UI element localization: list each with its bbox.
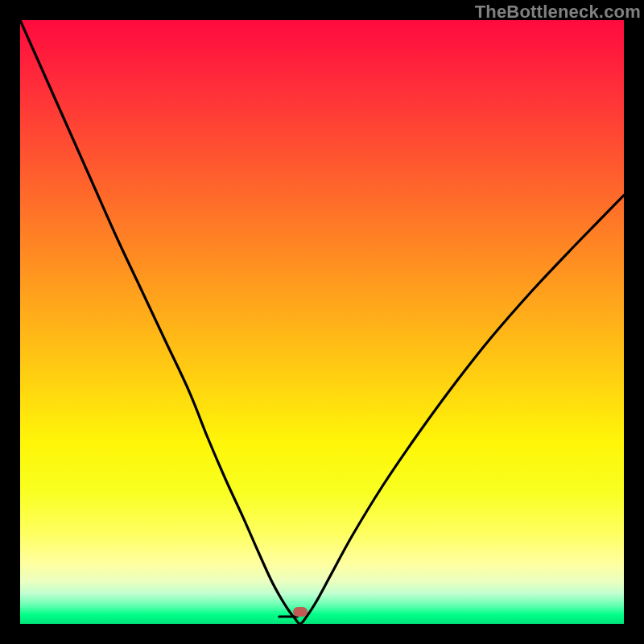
minimum-marker [293, 607, 308, 617]
chart-frame: TheBottleneck.com [0, 0, 644, 644]
bottleneck-curve [20, 20, 624, 624]
watermark-text: TheBottleneck.com [475, 2, 641, 23]
curve-path [20, 20, 624, 624]
plot-area [20, 20, 624, 624]
